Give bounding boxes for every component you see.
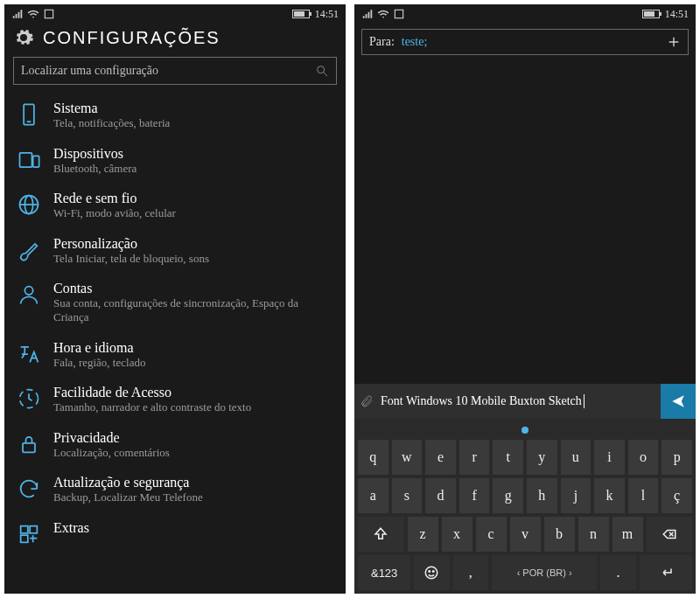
item-subtitle: Bluetooth, câmera	[53, 162, 136, 176]
item-title: Dispositivos	[53, 146, 136, 162]
key-i[interactable]: i	[594, 440, 625, 475]
battery-icon	[292, 10, 310, 18]
settings-item-idioma[interactable]: Hora e idioma Fala, região, teclado	[4, 333, 346, 379]
globe-icon	[17, 192, 41, 217]
key-row-3: z x c v b n m	[358, 517, 692, 552]
svg-rect-18	[395, 10, 402, 17]
svg-rect-15	[21, 535, 28, 542]
item-subtitle: Backup, Localizar Meu Telefone	[53, 490, 203, 504]
settings-item-privacidade[interactable]: Privacidade Localização, comentários	[4, 423, 346, 469]
attach-icon[interactable]	[360, 394, 374, 408]
key-shift[interactable]	[358, 517, 404, 552]
settings-item-dispositivos[interactable]: Dispositivos Bluetooth, câmera	[4, 139, 346, 184]
key-s[interactable]: s	[392, 478, 423, 513]
backspace-icon	[662, 526, 677, 542]
settings-list: Sistema Tela, notificações, bateria Disp…	[4, 94, 346, 594]
key-n[interactable]: n	[578, 517, 609, 552]
key-p[interactable]: p	[662, 440, 692, 475]
add-recipient-icon[interactable]	[667, 35, 681, 49]
svg-rect-5	[20, 152, 32, 166]
key-l[interactable]: l	[628, 478, 659, 513]
key-emoji[interactable]	[414, 555, 449, 590]
key-g[interactable]: g	[493, 478, 523, 513]
key-q[interactable]: q	[358, 440, 388, 475]
key-o[interactable]: o	[628, 440, 659, 475]
settings-item-rede[interactable]: Rede e sem fio Wi-Fi, modo avião, celula…	[4, 184, 346, 229]
nfc-icon	[43, 8, 55, 20]
settings-item-sistema[interactable]: Sistema Tela, notificações, bateria	[4, 94, 346, 139]
settings-item-atualizacao[interactable]: Atualização e segurança Backup, Localiza…	[4, 468, 346, 513]
search-input[interactable]: Localizar uma configuração	[13, 57, 337, 85]
key-x[interactable]: x	[442, 517, 472, 552]
key-comma[interactable]: ,	[453, 555, 488, 590]
clock: 14:51	[315, 8, 339, 21]
item-subtitle: Tela Iniciar, tela de bloqueio, sons	[53, 252, 209, 266]
key-space[interactable]: ‹ POR (BR) ›	[492, 555, 598, 590]
page-title: CONFIGURAÇÕES	[43, 28, 220, 48]
item-title: Privacidade	[53, 430, 170, 446]
svg-rect-12	[23, 443, 35, 452]
key-y[interactable]: y	[527, 440, 557, 475]
item-title: Extras	[53, 520, 89, 536]
nfc-icon	[393, 8, 405, 20]
shift-icon	[373, 526, 388, 542]
key-d[interactable]: d	[425, 478, 456, 513]
settings-item-personalizacao[interactable]: Personalização Tela Iniciar, tela de blo…	[4, 229, 346, 275]
svg-point-24	[429, 571, 430, 573]
gear-icon	[13, 27, 34, 48]
search-icon	[315, 64, 329, 78]
svg-rect-13	[21, 526, 28, 533]
key-ç[interactable]: ç	[662, 478, 692, 513]
key-j[interactable]: j	[561, 478, 592, 513]
device-icon	[17, 102, 41, 127]
key-numbers[interactable]: &123	[358, 555, 410, 590]
key-v[interactable]: v	[510, 517, 541, 552]
key-enter[interactable]	[640, 555, 692, 590]
key-u[interactable]: u	[561, 440, 592, 475]
wifi-icon	[377, 8, 389, 20]
key-f[interactable]: f	[459, 478, 490, 513]
key-period[interactable]: .	[600, 555, 635, 590]
person-icon	[17, 282, 41, 307]
update-icon	[17, 476, 41, 501]
send-icon	[670, 393, 686, 409]
send-button[interactable]	[661, 384, 696, 419]
to-field[interactable]: Para: teste;	[361, 29, 689, 55]
key-e[interactable]: e	[425, 440, 456, 475]
settings-item-acessibilidade[interactable]: Facilidade de Acesso Tamanho, narrador e…	[4, 378, 346, 423]
key-t[interactable]: t	[493, 440, 523, 475]
settings-item-extras[interactable]: Extras	[4, 513, 346, 555]
key-a[interactable]: a	[358, 478, 388, 513]
key-c[interactable]: c	[476, 517, 507, 552]
svg-point-25	[433, 571, 435, 573]
svg-rect-6	[33, 156, 39, 167]
lock-icon	[17, 432, 41, 456]
cursor-handle[interactable]	[358, 424, 692, 436]
ease-icon	[17, 386, 41, 411]
messaging-screen: 14:51 Para: teste; Font Windows 10 Mobil…	[354, 4, 696, 594]
search-placeholder: Localizar uma configuração	[21, 64, 315, 78]
battery-icon	[642, 10, 660, 18]
item-subtitle: Wi-Fi, modo avião, celular	[53, 206, 176, 220]
key-z[interactable]: z	[408, 517, 438, 552]
item-subtitle: Fala, região, teclado	[53, 356, 145, 370]
key-w[interactable]: w	[392, 440, 423, 475]
item-title: Hora e idioma	[53, 340, 145, 356]
item-title: Personalização	[53, 236, 209, 252]
key-m[interactable]: m	[612, 517, 643, 552]
key-k[interactable]: k	[594, 478, 625, 513]
key-backspace[interactable]	[647, 517, 693, 552]
key-b[interactable]: b	[544, 517, 575, 552]
key-h[interactable]: h	[527, 478, 557, 513]
language-icon	[17, 342, 41, 366]
key-row-2: a s d f g h j k l ç	[358, 478, 692, 513]
compose-bar: Font Windows 10 Mobile Buxton Sketch	[354, 384, 696, 419]
compose-input[interactable]: Font Windows 10 Mobile Buxton Sketch	[381, 394, 654, 409]
svg-rect-0	[45, 10, 52, 17]
item-subtitle: Localização, comentários	[53, 446, 170, 460]
settings-item-contas[interactable]: Contas Sua conta, configurações de sincr…	[4, 274, 346, 332]
to-label: Para:	[369, 35, 395, 49]
key-row-1: q w e r t y u i o p	[358, 440, 692, 475]
item-subtitle: Tamanho, narrador e alto contraste do te…	[53, 400, 251, 414]
key-r[interactable]: r	[459, 440, 490, 475]
